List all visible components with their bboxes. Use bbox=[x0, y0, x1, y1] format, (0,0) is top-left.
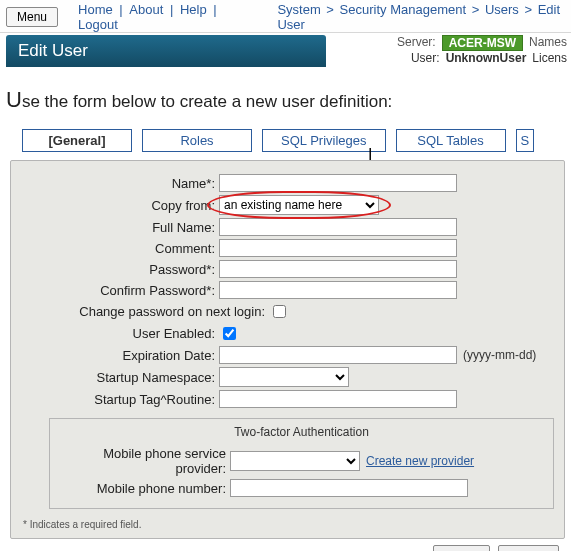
server-label: Server: bbox=[397, 35, 436, 51]
phone-field[interactable] bbox=[230, 479, 468, 497]
expiration-field[interactable] bbox=[219, 346, 457, 364]
confirm-password-field[interactable] bbox=[219, 281, 457, 299]
form-panel: Name*: Copy from: an existing name here … bbox=[10, 160, 565, 539]
user-enabled-label: User Enabled: bbox=[19, 326, 219, 341]
breadcrumb: System > Security Management > Users > E… bbox=[257, 2, 565, 32]
nav-logout[interactable]: Logout bbox=[76, 17, 120, 32]
confirm-password-label: Confirm Password*: bbox=[19, 283, 219, 298]
provider-label: Mobile phone service provider: bbox=[56, 446, 230, 476]
create-provider-link[interactable]: Create new provider bbox=[360, 454, 474, 468]
name-label: Name*: bbox=[19, 176, 219, 191]
change-pwd-label: Change password on next login: bbox=[19, 304, 269, 319]
nav-about[interactable]: About bbox=[127, 2, 165, 17]
required-footnote: * Indicates a required field. bbox=[19, 511, 556, 530]
tab-sql-privileges[interactable]: SQL Privileges bbox=[262, 129, 386, 152]
namespace-select[interactable] bbox=[219, 367, 349, 387]
phone-label: Mobile phone number: bbox=[56, 481, 230, 496]
password-label: Password*: bbox=[19, 262, 219, 277]
full-name-label: Full Name: bbox=[19, 220, 219, 235]
copy-from-select[interactable]: an existing name here bbox=[219, 195, 379, 215]
nav-home[interactable]: Home bbox=[76, 2, 115, 17]
change-pwd-checkbox[interactable] bbox=[273, 305, 286, 318]
server-name: ACER-MSW bbox=[442, 35, 523, 51]
crumb-security[interactable]: Security Management bbox=[340, 2, 466, 17]
menu-button[interactable]: Menu bbox=[6, 7, 58, 27]
tab-truncated[interactable]: S bbox=[516, 129, 535, 152]
user-name: UnknownUser bbox=[446, 51, 527, 65]
top-nav: Home | About | Help | Logout bbox=[66, 2, 249, 32]
two-factor-title: Two-factor Authentication bbox=[56, 423, 547, 443]
save-button[interactable]: Save bbox=[433, 545, 490, 551]
nav-help[interactable]: Help bbox=[178, 2, 209, 17]
comment-label: Comment: bbox=[19, 241, 219, 256]
tab-roles[interactable]: Roles bbox=[142, 129, 252, 152]
user-label: User: bbox=[411, 51, 440, 65]
close-button[interactable]: Close bbox=[498, 545, 559, 551]
crumb-users[interactable]: Users bbox=[485, 2, 519, 17]
page-title: Edit User bbox=[6, 35, 326, 67]
tab-sql-tables[interactable]: SQL Tables bbox=[396, 129, 506, 152]
provider-select[interactable] bbox=[230, 451, 360, 471]
name-field[interactable] bbox=[219, 174, 457, 192]
tab-general[interactable]: [General] bbox=[22, 129, 132, 152]
tagroutine-field[interactable] bbox=[219, 390, 457, 408]
license-label: Licens bbox=[532, 51, 567, 65]
tab-bar: [General] Roles SQL Privileges SQL Table… bbox=[0, 121, 571, 152]
expiration-label: Expiration Date: bbox=[19, 348, 219, 363]
namespace-label: Startup Namespace: bbox=[19, 370, 219, 385]
tagroutine-label: Startup Tag^Routine: bbox=[19, 392, 219, 407]
copy-from-label: Copy from: bbox=[19, 198, 219, 213]
crumb-system[interactable]: System bbox=[277, 2, 320, 17]
password-field[interactable] bbox=[219, 260, 457, 278]
full-name-field[interactable] bbox=[219, 218, 457, 236]
user-enabled-checkbox[interactable] bbox=[223, 327, 236, 340]
comment-field[interactable] bbox=[219, 239, 457, 257]
names-label: Names bbox=[529, 35, 567, 51]
two-factor-panel: Two-factor Authentication Mobile phone s… bbox=[49, 418, 554, 509]
expiration-hint: (yyyy-mm-dd) bbox=[457, 348, 536, 362]
intro-text: Use the form below to create a new user … bbox=[0, 69, 571, 121]
